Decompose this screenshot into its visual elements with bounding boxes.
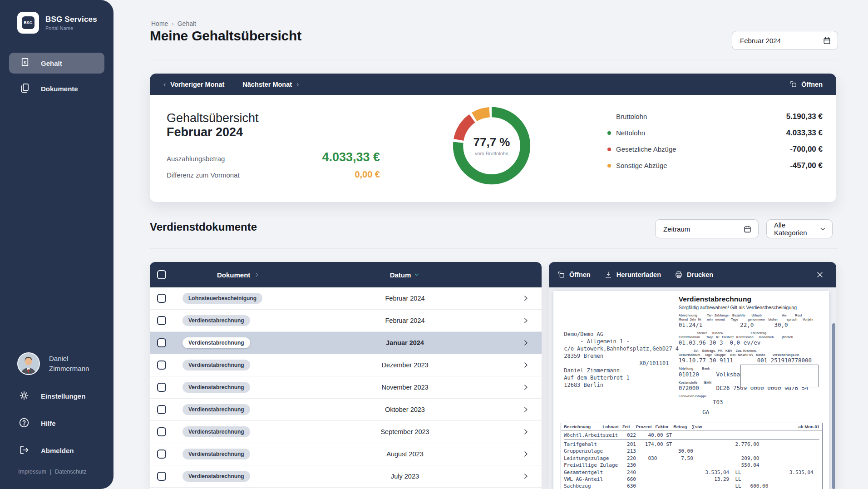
- app-window: BSG BSG Services Portal Name € Gehalt Do…: [0, 0, 868, 489]
- chevron-right-icon[interactable]: [522, 472, 542, 480]
- svg-text:€: €: [24, 59, 26, 64]
- table-row[interactable]: Verdienstabrechnung November 2023: [150, 376, 542, 399]
- datenschutz-link[interactable]: Datenschutz: [55, 469, 86, 475]
- row-checkbox[interactable]: [157, 449, 166, 459]
- table-row[interactable]: Verdienstabrechnung Januar 2024: [150, 332, 542, 354]
- next-month-button[interactable]: Nächster Monat ›: [242, 80, 299, 89]
- diff-row: Differenz zum Vormonat 0,00 €: [167, 169, 380, 180]
- company-logo: BSG: [17, 12, 39, 34]
- legend-label: Nettolohn: [616, 129, 645, 137]
- table-row[interactable]: Lohnsteuerbescheinigung Februar 2024: [150, 287, 542, 310]
- table-row[interactable]: Verdienstabrechnung Dezember 2023: [150, 354, 542, 376]
- month-picker-value: Februar 2024: [740, 37, 781, 44]
- chevron-right-icon[interactable]: [522, 383, 542, 391]
- sort-desc-icon[interactable]: [414, 272, 420, 278]
- row-checkbox[interactable]: [157, 427, 166, 436]
- legend-value: -457,00 €: [790, 161, 823, 170]
- preview-body: Demo/Demo AG - Allgemein 1 - c/o Autower…: [549, 287, 836, 489]
- preview-toolbar: Öffnen Herunterladen Drucken: [549, 262, 836, 287]
- chevron-right-icon[interactable]: [522, 405, 542, 414]
- chevron-down-icon: [819, 225, 827, 233]
- table-row[interactable]: Verdienstabrechnung Oktober 2023: [150, 399, 542, 421]
- sidebar-item-gehalt[interactable]: € Gehalt: [9, 53, 104, 74]
- close-preview-button[interactable]: [815, 270, 824, 279]
- legend-label: Sonstige Abzüge: [616, 162, 667, 169]
- row-checkbox[interactable]: [157, 338, 166, 347]
- user-profile[interactable]: Daniel Zimmermann: [17, 352, 89, 375]
- document-date: August 2023: [386, 450, 423, 458]
- period-filter[interactable]: Zeitraum: [655, 219, 759, 238]
- calendar-icon: [743, 225, 752, 233]
- footer-separator: |: [50, 469, 51, 475]
- table-row[interactable]: Verdienstabrechnung August 2023: [150, 443, 542, 465]
- sidebar-item-dokumente[interactable]: Dokumente: [9, 78, 104, 99]
- close-icon: [815, 270, 824, 279]
- previous-month-button[interactable]: ‹ Vorheriger Monat: [163, 80, 224, 89]
- printer-icon: [675, 271, 683, 279]
- print-button[interactable]: Drucken: [675, 271, 713, 279]
- document-type-badge: Verdienstabrechnung: [182, 315, 250, 326]
- breadcrumb: Home › Gehalt: [151, 20, 196, 27]
- legend-item: Bruttolohn 5.190,33 €: [607, 111, 823, 122]
- payslip-address-block: Demo/Demo AG - Allgemein 1 - c/o Autower…: [561, 295, 679, 415]
- donut-center-label: vom Bruttolohn: [475, 151, 508, 156]
- table-header: Dokument Datum: [150, 262, 542, 287]
- documents-section-title: Verdienstdokumente: [150, 221, 257, 233]
- payout-label: Auszahlungsbetrag: [167, 155, 225, 163]
- row-checkbox[interactable]: [157, 316, 166, 325]
- brand-name: BSG Services: [45, 15, 97, 24]
- help-icon: [18, 417, 30, 430]
- chevron-right-icon: ›: [296, 80, 299, 89]
- legend-label: Bruttolohn: [616, 113, 647, 120]
- legend-item: Sonstige Abzüge -457,00 €: [607, 160, 823, 171]
- brand-block: BSG BSG Services Portal Name: [17, 12, 97, 34]
- diff-label: Differenz zum Vormonat: [167, 171, 240, 179]
- chevron-right-icon[interactable]: [522, 339, 542, 347]
- column-header-dokument[interactable]: Dokument: [217, 271, 250, 279]
- open-document-button[interactable]: Öffnen: [557, 271, 591, 279]
- impressum-link[interactable]: Impressum: [18, 469, 46, 475]
- chevron-right-icon[interactable]: [522, 294, 542, 302]
- payslip-meta-block: Verdienstabrechnung Sorgfältig aufbewahr…: [679, 295, 823, 415]
- preview-scrollbar[interactable]: [832, 323, 835, 489]
- month-picker[interactable]: Februar 2024: [732, 31, 838, 50]
- table-row[interactable]: Verdienstabrechnung September 2023: [150, 421, 542, 443]
- download-button[interactable]: Herunterladen: [604, 271, 661, 279]
- payslip-wage-table: Bezeichnung Lohnart Zeit Prozent Faktor …: [561, 423, 823, 489]
- breadcrumb-home[interactable]: Home: [151, 20, 168, 27]
- sidebar-item-label: Dokumente: [41, 85, 78, 93]
- legend-value: 5.190,33 €: [786, 112, 823, 121]
- chevron-right-icon[interactable]: [522, 316, 542, 325]
- document-date: November 2023: [381, 384, 428, 391]
- sidebar-item-hilfe[interactable]: Hilfe: [18, 417, 56, 430]
- period-filter-value: Zeitraum: [663, 225, 690, 233]
- payslip-page: Demo/Demo AG - Allgemein 1 - c/o Autower…: [553, 291, 829, 489]
- sort-icon[interactable]: [254, 272, 260, 278]
- sidebar-item-abmelden[interactable]: Abmelden: [18, 444, 74, 457]
- legend-item: Nettolohn 4.033,33 €: [607, 128, 823, 138]
- chevron-right-icon[interactable]: [522, 361, 542, 369]
- open-overview-button[interactable]: Öffnen: [789, 80, 823, 88]
- table-row[interactable]: Verdienstabrechnung Februar 2024: [150, 310, 542, 332]
- document-type-badge: Verdienstabrechnung: [182, 471, 250, 482]
- chevron-right-icon[interactable]: [522, 450, 542, 458]
- document-preview-panel: Öffnen Herunterladen Drucken Demo/Demo A…: [549, 262, 836, 489]
- row-checkbox[interactable]: [157, 383, 166, 392]
- documents-table: Dokument Datum Lohnsteuerbescheinigung F…: [150, 262, 542, 489]
- column-header-datum[interactable]: Datum: [390, 271, 411, 279]
- payout-value: 4.033,33 €: [322, 150, 380, 164]
- row-checkbox[interactable]: [157, 405, 166, 414]
- row-checkbox[interactable]: [157, 294, 166, 303]
- payslip-icon: €: [19, 57, 31, 70]
- document-date: September 2023: [380, 428, 429, 435]
- table-row[interactable]: Verdienstabrechnung July 2023: [150, 465, 542, 488]
- document-date: Februar 2024: [385, 295, 424, 302]
- select-all-checkbox[interactable]: [157, 270, 166, 279]
- legend-value: 4.033,33 €: [786, 128, 823, 138]
- row-checkbox[interactable]: [157, 361, 166, 370]
- logout-icon: [18, 444, 30, 457]
- chevron-right-icon[interactable]: [522, 428, 542, 436]
- sidebar-item-einstellungen[interactable]: Einstellungen: [18, 390, 85, 403]
- row-checkbox[interactable]: [157, 472, 166, 481]
- category-filter[interactable]: Alle Kategorien: [766, 219, 833, 238]
